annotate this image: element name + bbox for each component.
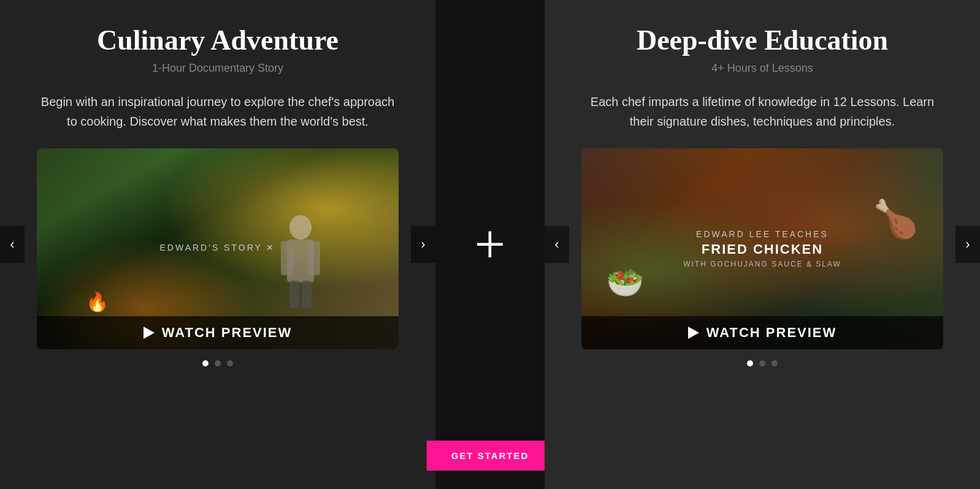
left-panel-description: Begin with an inspirational journey to e… xyxy=(37,92,399,131)
get-started-button[interactable]: GET STARTED xyxy=(427,441,554,471)
right-dot-1[interactable] xyxy=(747,360,753,366)
main-container: ‹ Culinary Adventure 1-Hour Documentary … xyxy=(0,0,980,489)
person-silhouette xyxy=(276,212,325,313)
right-watch-preview[interactable]: WATCH PREVIEW xyxy=(581,316,943,349)
fire-decoration: 🔥 xyxy=(86,291,109,313)
right-panel-subtitle: 4+ Hours of Lessons xyxy=(711,62,813,75)
right-panel-dots xyxy=(747,360,778,366)
left-dot-3[interactable] xyxy=(227,360,233,366)
left-video-card[interactable]: 🔥 EDWARD'S STORY ✕ WATCH xyxy=(37,148,399,349)
right-panel-description: Each chef imparts a lifetime of knowledg… xyxy=(581,92,943,131)
left-video-label: EDWARD'S STORY ✕ xyxy=(160,243,276,255)
right-video-label-sub: WITH GOCHUJANG SAUCE & SLAW xyxy=(683,260,841,268)
svg-rect-5 xyxy=(302,281,312,308)
right-watch-preview-text: WATCH PREVIEW xyxy=(706,325,837,341)
chevron-right-icon: › xyxy=(421,237,425,252)
right-dot-3[interactable] xyxy=(771,360,778,366)
right-play-icon xyxy=(688,327,699,339)
right-dot-2[interactable] xyxy=(759,360,765,366)
chevron-left-icon-right: ‹ xyxy=(554,237,559,252)
right-panel-title: Deep-dive Education xyxy=(637,25,888,57)
left-dot-1[interactable] xyxy=(202,360,209,366)
chevron-left-icon: ‹ xyxy=(10,237,14,252)
right-video-label: EDWARD LEE TEACHES FRIED CHICKEN WITH GO… xyxy=(683,229,841,268)
left-panel-dots xyxy=(202,360,233,366)
right-video-label-main: FRIED CHICKEN xyxy=(683,241,841,257)
left-video-label-top: EDWARD'S STORY ✕ xyxy=(160,243,276,252)
play-icon xyxy=(144,327,155,339)
left-watch-preview[interactable]: WATCH PREVIEW xyxy=(37,316,399,349)
left-panel: ‹ Culinary Adventure 1-Hour Documentary … xyxy=(0,0,435,489)
svg-rect-2 xyxy=(281,241,293,275)
plus-icon: + xyxy=(475,217,506,272)
center-divider: + GET STARTED xyxy=(435,0,545,489)
svg-rect-3 xyxy=(308,241,320,275)
left-dot-2[interactable] xyxy=(215,360,221,366)
left-panel-prev-button[interactable]: ‹ xyxy=(0,226,25,263)
food-decoration: 🍗 xyxy=(873,197,919,241)
right-video-card[interactable]: 🍗 🥗 EDWARD LEE TEACHES FRIED CHICKEN WIT… xyxy=(581,148,943,349)
left-panel-title: Culinary Adventure xyxy=(97,25,339,57)
right-panel-prev-button[interactable]: ‹ xyxy=(545,226,569,263)
chevron-right-icon-right: › xyxy=(965,237,970,252)
left-watch-preview-text: WATCH PREVIEW xyxy=(162,325,293,341)
svg-point-0 xyxy=(289,215,312,240)
right-panel: ‹ Deep-dive Education 4+ Hours of Lesson… xyxy=(545,0,980,489)
svg-rect-4 xyxy=(289,281,299,308)
left-panel-next-button[interactable]: › xyxy=(411,226,435,263)
right-video-label-top: EDWARD LEE TEACHES xyxy=(683,229,841,239)
salad-decoration: 🥗 xyxy=(606,265,644,300)
right-panel-next-button[interactable]: › xyxy=(955,226,980,263)
left-panel-subtitle: 1-Hour Documentary Story xyxy=(152,62,283,75)
